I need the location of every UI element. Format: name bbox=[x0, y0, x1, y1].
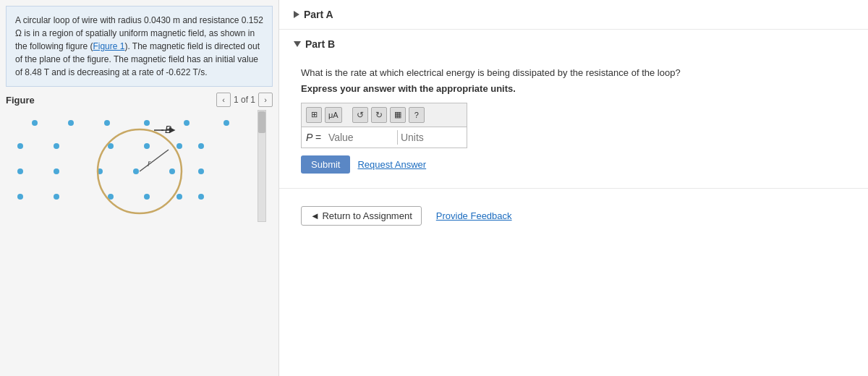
field-dot-inner bbox=[144, 143, 150, 149]
part-a-collapse-icon bbox=[294, 11, 299, 18]
matrix-icon: ⊞ bbox=[311, 110, 318, 119]
answer-box: ⊞ μA ↺ ↻ ▦ bbox=[301, 103, 467, 148]
figure-header: Figure ‹ 1 of 1 › bbox=[6, 90, 273, 110]
toolbar-redo-button[interactable]: ↻ bbox=[371, 107, 387, 123]
field-dot bbox=[54, 168, 59, 174]
p-label: P = bbox=[306, 132, 321, 143]
field-dot bbox=[198, 168, 204, 174]
figure-prev-button[interactable]: ‹ bbox=[216, 93, 231, 107]
bottom-bar: ◄ Return to Assignment Provide Feedback bbox=[279, 195, 868, 237]
toolbar-matrix-button[interactable]: ⊞ bbox=[306, 107, 322, 123]
question-text: What is the rate at which electrical ene… bbox=[301, 66, 846, 80]
toolbar-dict-button[interactable]: ▦ bbox=[390, 107, 406, 123]
field-dot bbox=[144, 120, 150, 126]
feedback-button[interactable]: Provide Feedback bbox=[436, 210, 512, 221]
part-a-header[interactable]: Part A bbox=[279, 0, 868, 29]
figure-label: Figure bbox=[6, 95, 35, 106]
mu-icon: μA bbox=[328, 111, 339, 119]
toolbar-help-button[interactable]: ? bbox=[409, 107, 425, 123]
figure-canvas: B r bbox=[6, 110, 266, 222]
toolbar-undo-button[interactable]: ↺ bbox=[352, 107, 368, 123]
field-dot bbox=[17, 194, 23, 200]
express-text: Express your answer with the appropriate… bbox=[301, 83, 846, 94]
field-dot bbox=[54, 143, 59, 149]
left-panel: A circular loop of wire with radius 0.04… bbox=[0, 0, 278, 376]
toolbar-mu-button[interactable]: μA bbox=[325, 107, 342, 123]
part-a-section: Part A bbox=[279, 0, 868, 30]
field-dot-inner bbox=[144, 194, 150, 200]
figure-next-button[interactable]: › bbox=[258, 93, 273, 107]
field-dot bbox=[224, 120, 229, 126]
figure-page: 1 of 1 bbox=[234, 95, 255, 105]
figure-svg: B r bbox=[6, 110, 252, 222]
part-b-content: What is the rate at which electrical ene… bbox=[279, 59, 868, 188]
units-input[interactable] bbox=[398, 130, 459, 145]
figure-link[interactable]: Figure 1 bbox=[93, 41, 124, 51]
field-dot-inner bbox=[176, 143, 182, 149]
action-row: Submit Request Answer bbox=[301, 155, 846, 174]
part-b-header[interactable]: Part B bbox=[279, 30, 868, 59]
submit-button[interactable]: Submit bbox=[301, 155, 350, 174]
scroll-thumb bbox=[258, 111, 265, 133]
scroll-bar[interactable] bbox=[258, 110, 266, 222]
field-dot-inner bbox=[133, 168, 139, 174]
radius-line bbox=[140, 150, 169, 171]
field-dot bbox=[54, 194, 59, 200]
field-dot-inner bbox=[176, 194, 182, 200]
redo-icon: ↻ bbox=[375, 110, 383, 120]
return-button[interactable]: ◄ Return to Assignment bbox=[301, 206, 422, 226]
problem-description: A circular loop of wire with radius 0.04… bbox=[6, 6, 273, 87]
figure-nav: ‹ 1 of 1 › bbox=[216, 93, 273, 107]
part-a-title: Part A bbox=[304, 9, 333, 20]
value-input[interactable] bbox=[326, 130, 398, 145]
b-field-label: B bbox=[165, 124, 171, 135]
field-dot bbox=[17, 168, 23, 174]
right-panel: Part A Part B What is the rate at which … bbox=[278, 0, 868, 376]
field-dot-inner bbox=[169, 168, 175, 174]
field-dot bbox=[198, 194, 204, 200]
field-dot bbox=[32, 120, 38, 126]
undo-icon: ↺ bbox=[357, 110, 364, 120]
answer-input-row: P = bbox=[302, 127, 467, 148]
figure-area: Figure ‹ 1 of 1 › bbox=[0, 87, 278, 376]
part-b-collapse-icon bbox=[294, 41, 301, 47]
request-answer-button[interactable]: Request Answer bbox=[357, 159, 426, 170]
field-dot bbox=[198, 143, 204, 149]
part-b-title: Part B bbox=[305, 38, 335, 50]
field-dot bbox=[184, 120, 190, 126]
field-dot bbox=[17, 143, 23, 149]
dict-icon: ▦ bbox=[394, 110, 401, 119]
help-icon: ? bbox=[414, 111, 419, 119]
part-b-section: Part B What is the rate at which electri… bbox=[279, 30, 868, 189]
answer-toolbar: ⊞ μA ↺ ↻ ▦ bbox=[302, 103, 467, 127]
field-dot bbox=[68, 120, 74, 126]
field-dot bbox=[104, 120, 110, 126]
